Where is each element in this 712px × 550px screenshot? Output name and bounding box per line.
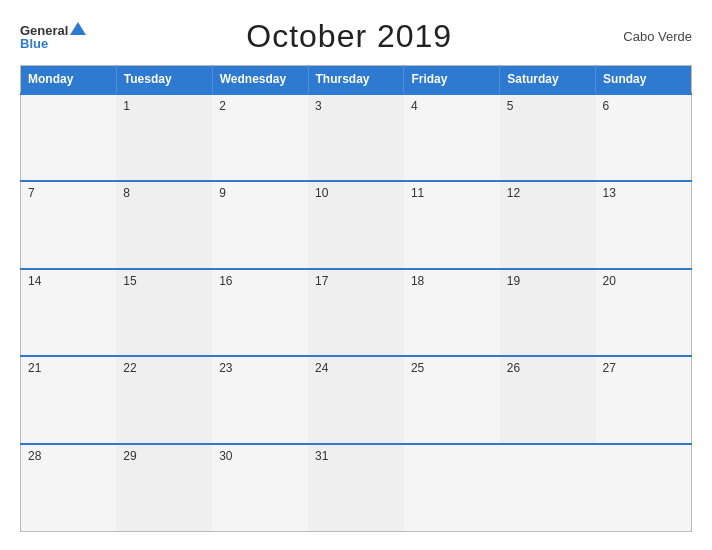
calendar-day-cell: 8	[116, 181, 212, 269]
day-number: 15	[123, 274, 136, 288]
logo-general-text: General	[20, 24, 68, 37]
col-sunday: Sunday	[596, 66, 692, 94]
day-number: 31	[315, 449, 328, 463]
calendar-day-cell: 23	[212, 356, 308, 444]
calendar-day-cell	[404, 444, 500, 532]
day-number: 24	[315, 361, 328, 375]
calendar-day-cell: 17	[308, 269, 404, 357]
calendar-day-cell: 28	[21, 444, 117, 532]
header: General Blue October 2019 Cabo Verde	[20, 18, 692, 55]
day-number: 18	[411, 274, 424, 288]
country-label: Cabo Verde	[612, 29, 692, 44]
calendar-day-cell: 20	[596, 269, 692, 357]
calendar-day-cell: 30	[212, 444, 308, 532]
calendar-week-row: 14151617181920	[21, 269, 692, 357]
calendar-day-cell	[596, 444, 692, 532]
calendar-day-cell: 18	[404, 269, 500, 357]
calendar-title: October 2019	[86, 18, 612, 55]
day-number: 5	[507, 99, 514, 113]
day-number: 19	[507, 274, 520, 288]
day-number: 27	[603, 361, 616, 375]
calendar-day-cell: 21	[21, 356, 117, 444]
calendar-day-cell: 22	[116, 356, 212, 444]
day-number: 12	[507, 186, 520, 200]
calendar-day-cell: 10	[308, 181, 404, 269]
day-number: 26	[507, 361, 520, 375]
calendar-day-cell: 26	[500, 356, 596, 444]
calendar-day-cell: 9	[212, 181, 308, 269]
col-tuesday: Tuesday	[116, 66, 212, 94]
calendar-day-cell	[500, 444, 596, 532]
calendar-day-cell: 25	[404, 356, 500, 444]
calendar-table: Monday Tuesday Wednesday Thursday Friday…	[20, 65, 692, 532]
col-friday: Friday	[404, 66, 500, 94]
calendar-day-cell: 13	[596, 181, 692, 269]
calendar-day-cell: 7	[21, 181, 117, 269]
col-thursday: Thursday	[308, 66, 404, 94]
day-number: 22	[123, 361, 136, 375]
day-number: 25	[411, 361, 424, 375]
day-number: 28	[28, 449, 41, 463]
day-number: 3	[315, 99, 322, 113]
calendar-day-cell: 27	[596, 356, 692, 444]
col-monday: Monday	[21, 66, 117, 94]
calendar-page: General Blue October 2019 Cabo Verde Mon…	[0, 0, 712, 550]
calendar-day-cell: 29	[116, 444, 212, 532]
day-number: 14	[28, 274, 41, 288]
calendar-day-cell: 15	[116, 269, 212, 357]
day-number: 21	[28, 361, 41, 375]
weekday-header-row: Monday Tuesday Wednesday Thursday Friday…	[21, 66, 692, 94]
calendar-day-cell: 12	[500, 181, 596, 269]
calendar-day-cell: 6	[596, 94, 692, 182]
calendar-day-cell: 11	[404, 181, 500, 269]
day-number: 6	[603, 99, 610, 113]
day-number: 10	[315, 186, 328, 200]
day-number: 17	[315, 274, 328, 288]
day-number: 1	[123, 99, 130, 113]
day-number: 23	[219, 361, 232, 375]
logo-triangle-icon	[70, 22, 86, 35]
col-saturday: Saturday	[500, 66, 596, 94]
calendar-day-cell: 19	[500, 269, 596, 357]
day-number: 16	[219, 274, 232, 288]
calendar-day-cell: 14	[21, 269, 117, 357]
calendar-week-row: 78910111213	[21, 181, 692, 269]
calendar-day-cell: 4	[404, 94, 500, 182]
logo: General Blue	[20, 24, 86, 50]
day-number: 9	[219, 186, 226, 200]
col-wednesday: Wednesday	[212, 66, 308, 94]
calendar-day-cell: 5	[500, 94, 596, 182]
calendar-week-row: 21222324252627	[21, 356, 692, 444]
calendar-week-row: 123456	[21, 94, 692, 182]
calendar-day-cell: 31	[308, 444, 404, 532]
day-number: 20	[603, 274, 616, 288]
day-number: 7	[28, 186, 35, 200]
day-number: 13	[603, 186, 616, 200]
calendar-day-cell: 3	[308, 94, 404, 182]
calendar-day-cell	[21, 94, 117, 182]
calendar-day-cell: 16	[212, 269, 308, 357]
logo-blue-text: Blue	[20, 37, 48, 50]
calendar-day-cell: 24	[308, 356, 404, 444]
day-number: 8	[123, 186, 130, 200]
day-number: 11	[411, 186, 424, 200]
calendar-week-row: 28293031	[21, 444, 692, 532]
day-number: 2	[219, 99, 226, 113]
day-number: 4	[411, 99, 418, 113]
day-number: 30	[219, 449, 232, 463]
calendar-body: 1234567891011121314151617181920212223242…	[21, 94, 692, 532]
day-number: 29	[123, 449, 136, 463]
calendar-day-cell: 1	[116, 94, 212, 182]
calendar-day-cell: 2	[212, 94, 308, 182]
